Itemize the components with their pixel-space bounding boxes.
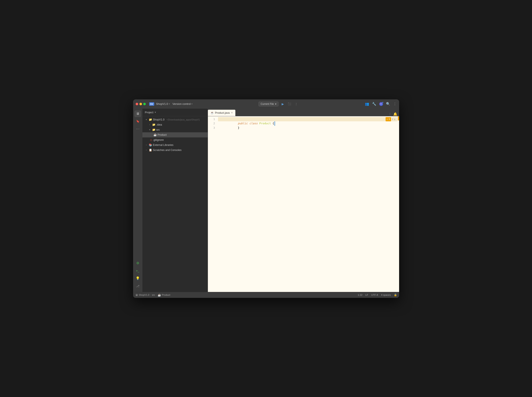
project-name-label[interactable]: ShopV1.0 ▾	[156, 102, 170, 105]
editor-content[interactable]: 1 2 3 public class Product {| }	[208, 116, 399, 292]
tree-root[interactable]: ▾ 📁 ShopV1.0 ~/Downloads/java_apps/ShopV…	[142, 117, 208, 122]
monitor-icon: 🖥	[136, 112, 140, 116]
maximize-button[interactable]	[143, 103, 146, 105]
breadcrumb-product[interactable]: Product	[162, 294, 170, 296]
version-control-chevron-icon: ▾	[191, 103, 192, 105]
run-button[interactable]: ▶	[280, 101, 285, 107]
breadcrumb-project-icon: 🖥	[135, 293, 138, 297]
readonly-icon[interactable]: 🔒	[394, 293, 397, 296]
indent-setting[interactable]: 4 spaces	[381, 294, 391, 296]
ext-libs-toggle-icon[interactable]: ›	[145, 143, 148, 147]
product-java-icon: ☕	[153, 133, 157, 136]
project-chevron-icon: ▾	[169, 103, 170, 105]
tree-item-gitignore[interactable]: ◇ .gitignore	[142, 137, 208, 143]
editor-area: ☕ Product.java ✕ ⋮ 🔔 1 2 3	[208, 109, 399, 292]
code-editor[interactable]: public class Product {| } ⚠ 1	[217, 116, 397, 292]
titlebar: SV ShopV1.0 ▾ Version control ▾ Current …	[133, 99, 399, 109]
src-label: src	[156, 128, 160, 131]
project-panel-icon[interactable]: 🖥	[134, 110, 141, 117]
app-window: SV ShopV1.0 ▾ Version control ▾ Current …	[133, 99, 399, 298]
warning-badge[interactable]: ⚠ 1	[385, 117, 391, 121]
warning-count: 1	[389, 117, 390, 121]
status-bar: 🖥 ShopV1.0 › src › ☕ Product 1:22 LF UTF…	[133, 292, 399, 298]
project-panel-title: Project	[145, 111, 153, 114]
tree-item-idea[interactable]: › 📁 .idea	[142, 122, 208, 127]
code-line-3	[218, 126, 397, 130]
bookmarks-icon[interactable]: 🔖	[134, 118, 141, 125]
root-toggle-icon[interactable]: ▾	[145, 118, 148, 121]
notifications-bell-icon[interactable]: 🔔	[393, 112, 397, 116]
stop-icon: ⬛	[288, 102, 291, 105]
project-panel-header: Project ▾	[142, 109, 208, 116]
project-tree: ▾ 📁 ShopV1.0 ~/Downloads/java_apps/ShopV…	[142, 116, 208, 292]
scratches-icon: 📋	[149, 149, 152, 152]
gitignore-label: .gitignore	[153, 138, 164, 141]
collab-icon[interactable]: 👥	[365, 102, 369, 106]
settings-icon[interactable]: 🔧	[372, 102, 376, 106]
editor-tab-product[interactable]: ☕ Product.java ✕	[208, 110, 235, 116]
encoding[interactable]: UTF-8	[371, 294, 378, 296]
vcs-icon[interactable]: ⎇	[134, 283, 141, 289]
scratches-toggle-icon[interactable]: ›	[145, 149, 148, 152]
src-folder-icon: 📁	[152, 128, 155, 131]
ext-libs-icon: 📚	[149, 143, 152, 147]
warning-gutter: ⚠ 1 ↑ ↓	[385, 117, 397, 122]
breadcrumb-root[interactable]: ShopV1.0	[139, 294, 150, 296]
current-file-chevron-icon: ▾	[275, 103, 276, 105]
tree-item-src[interactable]: ▾ 📁 src	[142, 127, 208, 132]
breadcrumb-src[interactable]: src	[152, 294, 155, 296]
line-num-2: 2	[208, 121, 215, 126]
tree-item-scratches[interactable]: › 📋 Scratches and Consoles	[142, 148, 208, 153]
tab-close-icon[interactable]: ✕	[231, 112, 233, 114]
nav-arrows: ↑ ↓	[392, 117, 396, 122]
cursor-position[interactable]: 1:22	[358, 294, 362, 296]
settings-gear-icon[interactable]: ⚙	[134, 260, 141, 267]
root-path: ~/Downloads/java_apps/ShopV1	[166, 118, 200, 121]
scroll-thumb	[398, 116, 399, 120]
version-control-button[interactable]: Version control ▾	[172, 102, 192, 105]
src-toggle-icon[interactable]: ▾	[148, 128, 151, 131]
close-button[interactable]	[136, 103, 138, 105]
titlebar-right: 👥 🔧 ⚛ 🔍 ⋮	[365, 102, 397, 106]
project-panel: Project ▾ ▾ 📁 ShopV1.0 ~/Downloads/java_…	[142, 109, 208, 292]
breadcrumb: 🖥 ShopV1.0 › src › ☕ Product	[135, 293, 170, 297]
terminal-icon[interactable]: >_	[134, 267, 141, 274]
idea-folder-icon: 📁	[152, 123, 155, 126]
nav-down-icon[interactable]: ↓	[394, 117, 396, 122]
warning-icon: ⚠	[387, 117, 388, 121]
current-file-button[interactable]: Current File ▾	[258, 101, 279, 106]
ai-dot	[382, 102, 384, 103]
notifications-icon[interactable]: 💡	[134, 275, 141, 282]
code-line-1: public class Product {|	[218, 117, 397, 122]
main-menu-icon[interactable]: ⋮	[393, 102, 397, 106]
more-actions-button[interactable]: ⋮	[294, 101, 299, 107]
product-label: Product	[158, 133, 167, 136]
more-vert-icon: ⋮	[295, 102, 298, 106]
minimize-button[interactable]	[140, 103, 142, 105]
search-everywhere-icon[interactable]: 🔍	[386, 102, 390, 106]
editor-tab-actions: ⋮ 🔔	[389, 112, 399, 116]
line-numbers: 1 2 3	[208, 116, 217, 292]
ext-libs-label: External Libraries	[153, 143, 173, 147]
editor-tabs: ☕ Product.java ✕ ⋮ 🔔	[208, 109, 399, 116]
scrollbar[interactable]	[397, 116, 399, 292]
line-num-3: 3	[208, 126, 215, 130]
run-play-icon: ▶	[282, 102, 284, 106]
tab-filename: Product.java	[215, 112, 230, 114]
ai-assistant-icon[interactable]: ⚛	[379, 102, 383, 106]
tab-java-icon: ☕	[210, 111, 214, 114]
stop-button[interactable]: ⬛	[287, 101, 292, 107]
idea-toggle-icon[interactable]: ›	[148, 123, 151, 126]
sidebar-icons: 🖥 🔖 ⋯ ⚙ >_ 💡 ⎇	[133, 109, 142, 292]
line-ending[interactable]: LF	[365, 294, 368, 296]
editor-options-icon[interactable]: ⋮	[389, 112, 391, 116]
tree-item-product[interactable]: ☕ Product	[142, 132, 208, 137]
main-layout: 🖥 🔖 ⋯ ⚙ >_ 💡 ⎇ Project ▾	[133, 109, 399, 292]
nav-up-icon[interactable]: ↑	[392, 117, 394, 122]
more-panels-icon[interactable]: ⋯	[136, 126, 140, 131]
line-num-1: 1	[208, 117, 215, 122]
tree-item-ext-libs[interactable]: › 📚 External Libraries	[142, 143, 208, 148]
project-panel-chevron[interactable]: ▾	[155, 111, 156, 114]
traffic-lights	[136, 103, 146, 105]
project-badge: SV	[149, 102, 154, 106]
